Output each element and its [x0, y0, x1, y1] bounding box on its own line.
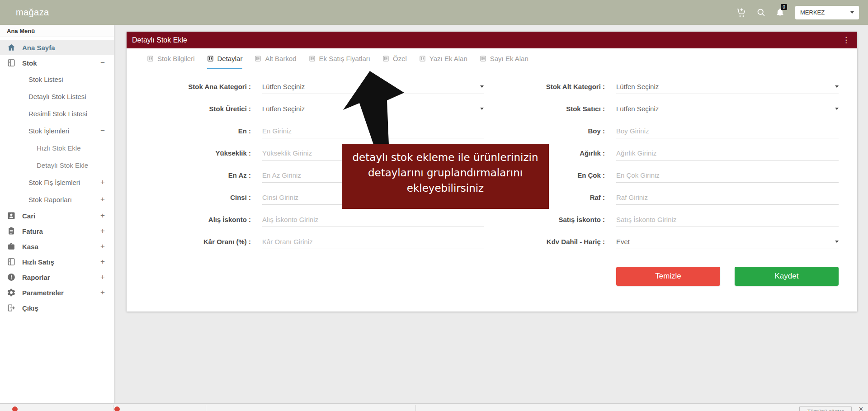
sidebar-item-fatura[interactable]: Fatura+ [0, 223, 114, 239]
sidebar-item-raporlar[interactable]: Raporlar+ [0, 269, 114, 285]
sidebar-item-kasa[interactable]: Kasa+ [0, 239, 114, 254]
briefcase-icon [7, 242, 17, 251]
select-kdv-dahil-haric[interactable]: Evet [616, 234, 839, 249]
input-alis-i-skonto[interactable] [262, 216, 484, 223]
kebab-menu-icon[interactable]: ⋮ [842, 36, 850, 44]
sidebar-item-label: Stok Fiş İşlemleri [28, 179, 80, 186]
tab-stok-bilgileri[interactable]: Stok Bilgileri [147, 48, 195, 69]
show-all-downloads-button[interactable]: Tümünü göster [799, 406, 852, 411]
expand-plus-icon[interactable]: + [100, 178, 114, 187]
expand-plus-icon[interactable]: + [100, 242, 114, 251]
field-label-en: En : [127, 127, 251, 135]
form-row: Boy : [492, 120, 857, 142]
sidebar-item-label: Resimli Stok Listesi [28, 110, 87, 118]
tab-sayi-ek-alan[interactable]: Sayı Ek Alan [480, 48, 528, 69]
tab-alt-barkod[interactable]: Alt Barkod [255, 48, 296, 69]
grid-layout-icon [207, 55, 214, 62]
field-label-stok-uretici: Stok Üretici : [127, 105, 251, 113]
select-stok-ana-kategori[interactable]: Lütfen Seçiniz [262, 79, 484, 94]
input-agirlik[interactable] [616, 149, 839, 157]
tooltip-line: ekleyebilirsiniz [342, 180, 549, 196]
expand-plus-icon[interactable]: + [100, 211, 114, 220]
top-header: mağaza 0 MERKEZ [0, 0, 868, 25]
download-item-icon[interactable] [114, 406, 120, 411]
chevron-down-icon [480, 108, 484, 110]
panel-header: Detaylı Stok Ekle ⋮ [127, 32, 857, 48]
tab-ozel[interactable]: Özel [382, 48, 407, 69]
select-value: Lütfen Seçiniz [262, 105, 305, 113]
chevron-down-icon [835, 241, 839, 243]
grid-layout-icon [382, 55, 389, 62]
form-row: Stok Satıcı :Lütfen Seçiniz [492, 98, 857, 120]
field-label-en-az: En Az : [127, 171, 251, 179]
close-icon[interactable]: ✕ [859, 406, 863, 411]
sidebar-item-cari[interactable]: Cari+ [0, 208, 114, 223]
sidebar-item-detayli-stok-ekle[interactable]: Detaylı Stok Ekle [0, 156, 114, 174]
expand-plus-icon[interactable]: + [100, 195, 114, 204]
sidebar-item-label: Çıkış [22, 304, 38, 312]
sidebar-item-resimli-stok-listesi[interactable]: Resimli Stok Listesi [0, 105, 114, 122]
select-stok-alt-kategori[interactable]: Lütfen Seçiniz [616, 79, 839, 94]
select-stok-satici[interactable]: Lütfen Seçiniz [616, 101, 839, 116]
input-boy[interactable] [616, 127, 839, 135]
form-row: Stok Alt Kategori :Lütfen Seçiniz [492, 76, 857, 98]
save-button[interactable]: Kaydet [735, 267, 839, 286]
sidebar-item-label: Stok [22, 59, 37, 67]
input-kar-orani[interactable] [262, 238, 484, 246]
expand-plus-icon[interactable]: + [100, 257, 114, 266]
sidebar-item-label: Ana Sayfa [22, 44, 55, 52]
collapse-minus-icon[interactable]: − [100, 126, 114, 135]
sidebar-item-cikis[interactable]: Çıkış [0, 300, 114, 316]
box-icon [7, 257, 17, 266]
sidebar-item-ana-sayfa[interactable]: Ana Sayfa [0, 40, 114, 55]
tab-ek-satis-fiyatlari[interactable]: Ek Satış Fiyatları [309, 48, 370, 69]
input-en[interactable] [262, 127, 484, 135]
alert-icon [7, 273, 17, 282]
collapse-minus-icon[interactable]: − [100, 58, 114, 67]
form-row: Kâr Oranı (%) : [127, 231, 492, 253]
sidebar-item-stok-listesi[interactable]: Stok Listesi [0, 71, 114, 88]
grid-layout-icon [255, 55, 261, 62]
sidebar-item-stok-raporlari[interactable]: Stok Raporları+ [0, 191, 114, 208]
clipboard-icon [7, 227, 17, 236]
sidebar-item-label: Detaylı Stok Listesi [28, 93, 86, 100]
sidebar-item-hizli-stok-ekle[interactable]: Hızlı Stok Ekle [0, 139, 114, 156]
sidebar-item-parametreler[interactable]: Parametreler+ [0, 285, 114, 300]
select-value: Lütfen Seçiniz [616, 83, 659, 90]
tab-bar: Stok BilgileriDetaylarAlt BarkodEk Satış… [137, 48, 847, 69]
sidebar-item-hizli-satis[interactable]: Hızlı Satış+ [0, 254, 114, 269]
sidebar: Ana Menü Ana SayfaStok−Stok ListesiDetay… [0, 25, 114, 403]
download-item-icon[interactable] [12, 406, 18, 411]
expand-plus-icon[interactable]: + [100, 288, 114, 297]
expand-plus-icon[interactable]: + [100, 273, 114, 282]
sidebar-item-stok-i-slemleri[interactable]: Stok İşlemleri− [0, 122, 114, 139]
sidebar-item-stok[interactable]: Stok− [0, 55, 114, 71]
field-label-stok-satici: Stok Satıcı : [492, 105, 605, 113]
input-satis-i-skonto[interactable] [616, 216, 839, 223]
divider [415, 405, 416, 411]
branch-select[interactable]: MERKEZ [795, 6, 859, 19]
chevron-down-icon [480, 85, 484, 88]
sidebar-item-label: Detaylı Stok Ekle [37, 161, 88, 169]
sidebar-item-label: Kasa [22, 243, 38, 250]
brand-logo: mağaza [16, 7, 49, 18]
clear-button[interactable]: Temizle [616, 267, 720, 286]
person-icon [7, 211, 17, 220]
sidebar-item-label: Stok İşlemleri [28, 127, 69, 135]
expand-plus-icon[interactable]: + [100, 227, 114, 236]
tab-yazi-ek-alan[interactable]: Yazı Ek Alan [419, 48, 467, 69]
sidebar-item-label: Hızlı Satış [22, 258, 54, 266]
notifications-bell-icon[interactable]: 0 [775, 8, 785, 17]
form-row: Alış İskonto : [127, 208, 492, 231]
tab-detaylar[interactable]: Detaylar [207, 48, 243, 69]
downloads-bar: Tümünü göster ✕ [0, 403, 868, 411]
select-stok-uretici[interactable]: Lütfen Seçiniz [262, 101, 484, 116]
sidebar-item-detayli-stok-listesi[interactable]: Detaylı Stok Listesi [0, 88, 114, 105]
cart-plus-icon[interactable] [736, 7, 747, 18]
sidebar-item-label: Hızlı Stok Ekle [37, 144, 81, 152]
form-row: Stok Ana Kategori :Lütfen Seçiniz [127, 76, 492, 98]
search-icon[interactable] [756, 8, 766, 17]
sidebar-item-stok-fis-i-slemleri[interactable]: Stok Fiş İşlemleri+ [0, 174, 114, 191]
input-en-cok[interactable] [616, 171, 839, 179]
input-raf[interactable] [616, 194, 839, 201]
